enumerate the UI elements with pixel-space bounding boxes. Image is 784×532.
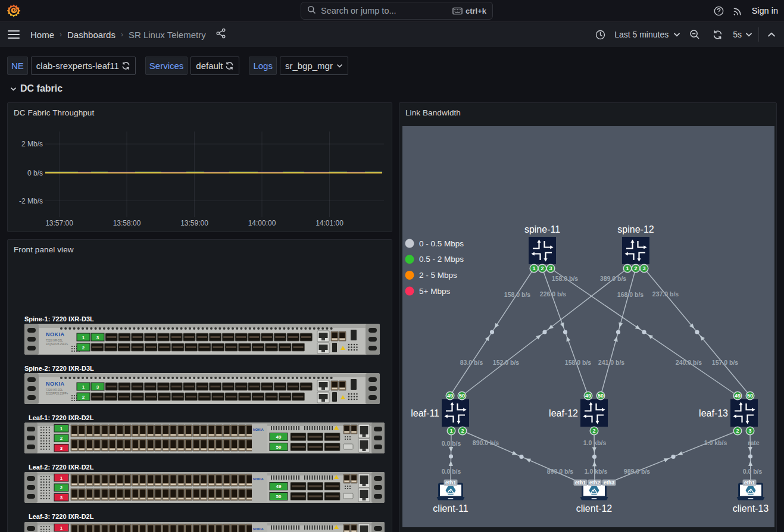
variable-services-value: default [196, 61, 223, 71]
device-front-panel-4: 123NOKIA4950 [24, 472, 385, 503]
variable-label-logs[interactable]: Logs [249, 57, 277, 75]
device-front-panel-3: 123NOKIA4950 [24, 423, 385, 453]
panel-dc-fabric-throughput: DC Fabric Throughput 2 Mb/s0 b/s-2 Mb/s1… [7, 102, 392, 232]
top-navigation-bar: Search or jump to... ctrl+k Sign in [0, 0, 784, 22]
panel-header[interactable]: Front panel view [8, 240, 392, 256]
x-axis-tick-label: 13:57:00 [45, 219, 73, 227]
time-range-picker[interactable]: Last 5 minutes [610, 30, 685, 39]
nokia-brand: NOKIA [46, 381, 65, 387]
svg-text:1: 1 [82, 335, 85, 340]
svg-text:2: 2 [60, 485, 63, 490]
node-label: client-12 [576, 503, 613, 514]
panel-title: Link Bandwidth [405, 108, 461, 117]
dashboard-row-dc-fabric[interactable]: DC fabric [10, 83, 63, 95]
help-icon[interactable] [714, 5, 724, 16]
svg-text:3: 3 [642, 265, 645, 271]
news-rss-icon[interactable] [733, 5, 744, 16]
edge-rate-label: 83.0 b/s [460, 359, 483, 366]
variable-ne-value: clab-srexperts-leaf11 [36, 61, 119, 71]
svg-text:2: 2 [82, 345, 85, 351]
topology-node-client-11[interactable]: eth1client-11 [433, 480, 468, 514]
menu-toggle-icon[interactable] [8, 29, 20, 40]
node-label: spine-12 [617, 224, 654, 234]
edge-rate-label: 0.0 b/s [743, 468, 763, 475]
time-range-clock-icon[interactable] [591, 25, 610, 44]
breadcrumb-dashboards[interactable]: Dashboards [67, 30, 115, 40]
edge-rate-label: 237.0 b/s [652, 290, 679, 298]
y-axis-tick-label: 0 b/s [27, 169, 43, 177]
edge-rate-label: rate [748, 439, 759, 446]
breadcrumb-home[interactable]: Home [30, 30, 54, 40]
edge-rate-label: 157.0 b/s [712, 359, 739, 366]
x-axis-tick-label: 14:00:00 [248, 219, 276, 227]
edge-rate-label: 241.0 b/s [598, 359, 625, 366]
edge-rate-label: 1.0 kb/s [585, 468, 608, 475]
legend-swatch [405, 271, 414, 280]
search-input[interactable]: Search or jump to... ctrl+k [301, 2, 493, 20]
device-label: Spine-2: 7220 IXR-D3L [24, 365, 94, 372]
y-axis-tick-label: 2 Mb/s [21, 140, 43, 148]
panel-front-panel-view: Front panel view Spine-1: 7220 IXR-D3LNO… [7, 239, 392, 532]
collapse-chevron-up-icon[interactable] [764, 25, 779, 44]
svg-text:7220 IXR-D3L: 7220 IXR-D3L [46, 339, 63, 342]
panel-header[interactable]: Link Bandwidth [399, 103, 776, 120]
device-label: Leaf-2: 7220 IXR-D2L [29, 464, 94, 471]
svg-text:3: 3 [96, 335, 99, 340]
sign-in-button[interactable]: Sign in [752, 6, 779, 15]
legend-label: 5+ Mbps [419, 287, 450, 296]
sync-icon [225, 61, 234, 70]
edge-rate-label: 152.0 b/s [493, 359, 520, 366]
node-label: client-11 [433, 503, 468, 514]
svg-text:2: 2 [60, 436, 63, 441]
svg-text:3: 3 [60, 495, 63, 500]
node-label: leaf-11 [411, 408, 439, 418]
variable-label-services[interactable]: Services [145, 57, 188, 75]
variable-services-select[interactable]: default [190, 57, 239, 75]
svg-text:50: 50 [598, 393, 604, 399]
laptop-icon [737, 484, 765, 500]
svg-text:2: 2 [82, 395, 85, 400]
svg-text:2: 2 [541, 265, 544, 271]
panel-header[interactable]: DC Fabric Throughput [8, 103, 392, 120]
breadcrumb-current: SR Linux Telemetry [129, 30, 206, 40]
legend-label: 0 - 0.5 Mbps [419, 239, 464, 248]
topology-graph[interactable]: 0 - 0.5 Mbps0.5 - 2 Mbps2 - 5 Mbps5+ Mbp… [399, 120, 776, 532]
svg-text:2: 2 [634, 265, 637, 271]
chevron-down-icon[interactable] [745, 32, 752, 37]
edge-rate-label: 240.0 b/s [676, 359, 702, 366]
nokia-brand: NOKIA [46, 331, 65, 337]
svg-text:49: 49 [447, 393, 453, 399]
panel-title: DC Fabric Throughput [14, 108, 94, 117]
svg-text:2: 2 [736, 428, 739, 434]
svg-text:50: 50 [459, 393, 465, 399]
refresh-interval-label[interactable]: 5s [733, 30, 742, 39]
keyboard-icon [452, 7, 463, 15]
svg-text:1: 1 [626, 265, 629, 271]
legend-swatch [405, 255, 414, 264]
svg-text:1: 1 [60, 475, 63, 481]
svg-text:3: 3 [549, 265, 552, 271]
zoom-out-icon[interactable] [685, 25, 704, 44]
variable-ne-select[interactable]: clab-srexperts-leaf11 [31, 57, 136, 75]
edge-rate-label: 1.0 kb/s [583, 439, 607, 446]
throughput-chart[interactable]: 2 Mb/s0 b/s-2 Mb/s13:57:0013:58:0013:59:… [8, 120, 392, 231]
node-label: spine-11 [524, 224, 560, 234]
node-label: leaf-13 [699, 408, 728, 418]
breadcrumb-separator-icon: › [121, 30, 123, 39]
x-axis-tick-label: 14:01:00 [316, 219, 343, 227]
edge-rate-label: 226.0 b/s [540, 290, 567, 298]
svg-text:49: 49 [735, 393, 741, 399]
sync-icon [121, 61, 130, 70]
chevron-down-icon [336, 64, 343, 68]
variable-logs-select[interactable]: sr_bgp_mgr [280, 57, 348, 75]
share-dashboard-icon[interactable] [215, 28, 226, 41]
breadcrumb: Home › Dashboards › SR Linux Telemetry [30, 30, 206, 40]
svg-text:50: 50 [276, 494, 282, 499]
svg-text:eth1: eth1 [744, 480, 755, 486]
x-axis-tick-label: 13:58:00 [113, 219, 141, 227]
svg-text:eth1: eth1 [575, 480, 586, 486]
svg-text:32QSFP28.2SFP+: 32QSFP28.2SFP+ [46, 343, 68, 346]
legend-swatch [405, 239, 414, 248]
grafana-logo[interactable] [7, 4, 21, 18]
refresh-icon[interactable] [708, 25, 727, 44]
